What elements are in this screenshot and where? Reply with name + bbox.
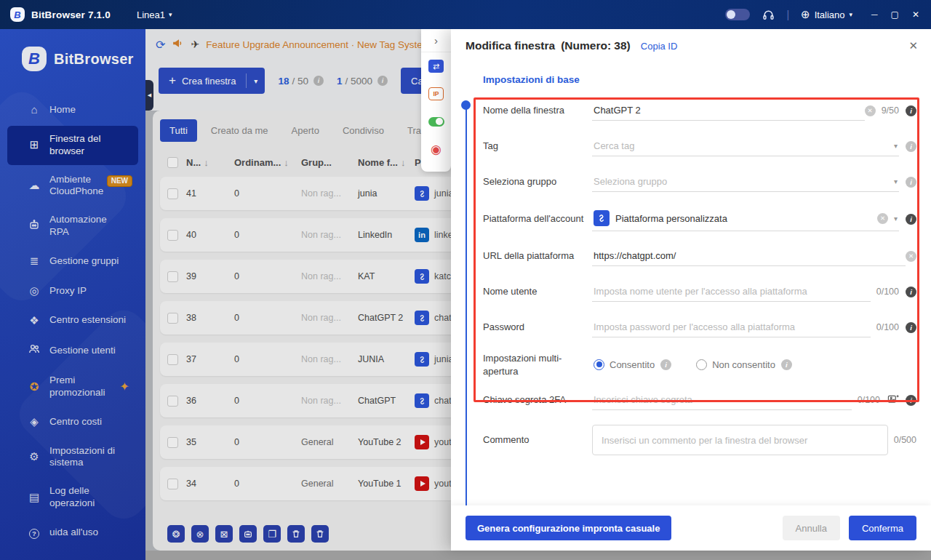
info-icon[interactable]: i xyxy=(906,177,916,188)
clear-icon[interactable]: ✕ xyxy=(865,105,876,116)
modal-body: Impostazioni di base Nome della finestra… xyxy=(451,63,931,505)
field-password: Password 0/100 i xyxy=(483,316,916,338)
ip-check-button[interactable]: IP xyxy=(428,80,444,108)
2fa-secret-input[interactable] xyxy=(594,394,850,405)
toggle-knob xyxy=(727,10,735,19)
info-icon[interactable]: i xyxy=(906,105,916,116)
radio-allowed[interactable]: Consentito i xyxy=(594,359,671,370)
info-icon[interactable]: i xyxy=(660,359,671,370)
clear-icon[interactable]: ✕ xyxy=(906,251,916,262)
app-window: B BitBrowser 7.1.0 Linea1 ▾ | ⊕ Italiano… xyxy=(0,0,931,560)
platform-select[interactable]: Piattaforma personalizzata ✕ ▾ xyxy=(592,207,899,231)
globe-icon: ⊕ xyxy=(801,8,810,21)
fingerprint-button[interactable]: ◉ xyxy=(431,135,441,163)
tag-select-input[interactable] xyxy=(594,140,888,151)
upload-image-icon[interactable] xyxy=(880,393,899,407)
close-button[interactable]: ✕ xyxy=(912,9,919,20)
edit-window-modal: Modifica finestra (Numero: 38) Copia ID … xyxy=(451,29,931,551)
confirm-button[interactable]: Conferma xyxy=(849,516,916,540)
char-counter: 0/100 xyxy=(858,395,880,405)
radio-selected-icon xyxy=(594,359,604,370)
divider: | xyxy=(786,9,789,20)
field-2fa: Chiave segreta 2FA 0/100 i xyxy=(483,389,916,411)
field-comment: Commento 0/500 xyxy=(483,425,916,455)
char-counter: 0/100 xyxy=(876,322,899,332)
modal-title: Modifica finestra xyxy=(466,39,555,52)
field-tag: Tag ▾ i xyxy=(483,135,916,157)
field-platform: Piattaforma dell'account Piattaforma per… xyxy=(483,207,916,231)
group-select-input[interactable] xyxy=(594,176,888,187)
comment-textarea[interactable] xyxy=(592,425,888,455)
toggle-on-icon xyxy=(428,117,444,127)
language-selector[interactable]: ⊕ Italiano ▾ xyxy=(801,8,852,21)
backdrop-bottom-band xyxy=(145,551,931,560)
quick-access-panel: › ⇄ IP ◉ xyxy=(421,29,451,172)
minimize-button[interactable]: ─ xyxy=(871,9,878,20)
support-headset-icon[interactable] xyxy=(762,8,775,21)
caret-down-icon[interactable]: ▾ xyxy=(894,215,898,223)
info-icon[interactable]: i xyxy=(906,214,916,225)
ip-icon: IP xyxy=(428,87,444,100)
radio-not-allowed[interactable]: Non consentito i xyxy=(696,359,792,370)
info-icon[interactable]: i xyxy=(906,395,916,406)
chevron-right-icon: › xyxy=(434,34,438,47)
maximize-button[interactable]: ▢ xyxy=(891,9,899,20)
app-logo-icon: B xyxy=(10,7,25,22)
panel-expand-button[interactable]: › xyxy=(421,29,451,52)
info-icon[interactable]: i xyxy=(906,287,916,297)
link-platform-icon xyxy=(594,210,610,226)
platform-url-input[interactable] xyxy=(594,250,904,261)
char-counter: 0/500 xyxy=(894,435,916,445)
password-input[interactable] xyxy=(594,321,869,332)
username-input[interactable] xyxy=(594,286,869,297)
caret-down-icon[interactable]: ▾ xyxy=(894,177,898,185)
char-counter: 0/100 xyxy=(876,287,899,297)
app-title: BitBrowser 7.1.0 xyxy=(31,9,111,20)
generate-fingerprint-button[interactable]: Genera configurazione impronta casuale xyxy=(466,516,671,540)
fingerprint-icon: ◉ xyxy=(431,142,441,157)
caret-down-icon: ▾ xyxy=(850,11,853,18)
field-window-name: Nome della finestra ✕ 9/50 i xyxy=(483,100,916,121)
line-selector[interactable]: Linea1 ▾ xyxy=(137,9,172,20)
sync-icon: ⇄ xyxy=(428,60,444,73)
field-url: URL della piattaforma ✕ xyxy=(483,245,916,267)
info-icon[interactable]: i xyxy=(906,141,916,152)
titlebar: B BitBrowser 7.1.0 Linea1 ▾ | ⊕ Italiano… xyxy=(0,0,931,29)
comment-input[interactable] xyxy=(602,435,879,446)
copy-id-link[interactable]: Copia ID xyxy=(641,41,678,52)
modal-footer: Genera configurazione impronta casuale A… xyxy=(451,505,931,551)
window-name-input[interactable] xyxy=(594,105,863,116)
toggle-feature-button[interactable] xyxy=(428,108,444,135)
radio-unselected-icon xyxy=(696,359,707,370)
info-icon[interactable]: i xyxy=(781,359,792,370)
modal-header: Modifica finestra (Numero: 38) Copia ID … xyxy=(451,29,931,63)
field-group: Seleziona gruppo ▾ i xyxy=(483,171,916,193)
info-icon[interactable]: i xyxy=(906,322,916,333)
cancel-button[interactable]: Annulla xyxy=(783,516,840,540)
window-number: (Numero: 38) xyxy=(561,39,631,52)
field-username: Nome utente 0/100 i xyxy=(483,281,916,303)
modal-close-icon[interactable]: ✕ xyxy=(908,39,918,52)
section-anchor-line xyxy=(466,109,468,505)
theme-toggle[interactable] xyxy=(725,9,750,20)
clear-icon[interactable]: ✕ xyxy=(877,213,888,224)
field-multi-open: Impostazioni multi-apertura Consentito i… xyxy=(483,352,916,377)
section-title: Impostazioni di base xyxy=(483,74,916,85)
sync-windows-button[interactable]: ⇄ xyxy=(428,52,444,80)
char-counter: 9/50 xyxy=(882,105,899,116)
caret-down-icon: ▾ xyxy=(169,11,172,18)
caret-down-icon[interactable]: ▾ xyxy=(894,142,898,150)
